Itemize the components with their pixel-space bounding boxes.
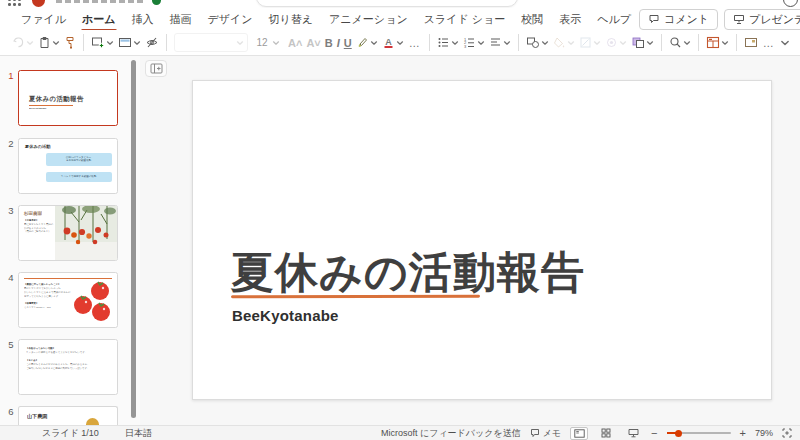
thumbnail-panel: 1 夏休みの活動報告 BeeKyotanabe 2 夏休みの活動 農園へのインタ…: [0, 56, 140, 425]
numbered-list-icon: 123: [463, 36, 476, 49]
search-input[interactable]: [256, 0, 518, 7]
slide-thumbnail-5[interactable]: 【今後やってみたい活動】 インターンや体験などを通してより深く学びたいです。 【…: [18, 339, 118, 395]
slide-subtitle-text[interactable]: BeeKyotanabe: [232, 307, 339, 324]
align-button[interactable]: [487, 33, 513, 52]
arrange-icon: [631, 36, 645, 49]
comments-button-label: コメント: [664, 12, 709, 27]
tab-help[interactable]: ヘルプ: [589, 9, 639, 30]
find-button[interactable]: [667, 33, 693, 52]
zoom-in-button[interactable]: +: [740, 428, 746, 439]
tab-insert[interactable]: 挿入: [124, 9, 162, 30]
slide-thumbnail-1[interactable]: 夏休みの活動報告 BeeKyotanabe: [18, 70, 118, 126]
menu-bar: ファイル ホーム 挿入 描画 デザイン 切り替え アニメーション スライド ショ…: [0, 8, 800, 30]
bullet-list-icon: [437, 36, 450, 49]
tab-design[interactable]: デザイン: [200, 9, 261, 30]
shape-fill-button[interactable]: [551, 33, 577, 52]
thumb1-subtitle: BeeKyotanabe: [29, 107, 47, 110]
tab-draw[interactable]: 描画: [162, 9, 200, 30]
zoom-out-button[interactable]: −: [651, 428, 657, 439]
shrink-font-button[interactable]: A˅: [304, 37, 322, 49]
zoom-slider-thumb[interactable]: [675, 430, 682, 437]
more-font-options-button[interactable]: …: [406, 37, 424, 49]
thumb2-box2: イベントで使用する動画の撮影: [46, 172, 112, 182]
document-title[interactable]: [56, 0, 144, 3]
underline-button[interactable]: U: [342, 37, 354, 49]
presentation-button-label: プレゼンテーション: [749, 12, 800, 27]
italic-button[interactable]: I: [335, 37, 342, 49]
ribbon-toolbar: 12 A˄ A˅ B I U A … 123: [0, 30, 800, 56]
arrange-button[interactable]: [629, 33, 656, 52]
tab-slideshow[interactable]: スライド ショー: [416, 9, 514, 30]
thumb6-title: 山下農園: [27, 413, 47, 421]
app-launcher-icon[interactable]: [8, 0, 21, 6]
slide-canvas[interactable]: 夏休みの活動報告 BeeKyotanabe: [192, 80, 772, 400]
shape-effects-button[interactable]: [603, 33, 629, 52]
slide-thumbnail-3[interactable]: 杉田農園 【工場見学】 夏に見学したトマト農園の お話をまとめました （農園のご…: [18, 205, 118, 261]
slide-thumbnail-4[interactable]: 【農園に行って楽しかったこと】 夏のトマトはとてもおいしかった おいしいトマトに…: [18, 272, 118, 328]
numbering-button[interactable]: 123: [461, 33, 487, 52]
tab-view[interactable]: 表示: [551, 9, 589, 30]
normal-view-button[interactable]: [570, 427, 588, 440]
highlight-button[interactable]: [354, 33, 380, 52]
slide-sorter-view-button[interactable]: [597, 427, 615, 440]
tomato-greenhouse-photo: [55, 206, 117, 261]
tab-review[interactable]: 校閲: [513, 9, 551, 30]
addins-button[interactable]: [742, 33, 760, 52]
slide-thumbnail-6[interactable]: 山下農園: [18, 406, 118, 425]
shapes-button[interactable]: [524, 33, 551, 52]
notes-button[interactable]: メモ: [530, 427, 561, 440]
format-painter-button[interactable]: [62, 33, 78, 52]
tab-home[interactable]: ホーム: [74, 9, 124, 30]
eye-slash-icon: [145, 36, 159, 49]
account-avatar[interactable]: [783, 0, 798, 7]
font-size-select[interactable]: 12: [250, 33, 286, 52]
comments-button[interactable]: コメント: [639, 9, 718, 30]
notes-label: メモ: [543, 427, 561, 440]
undo-icon: [12, 36, 25, 49]
slide-thumbnail-2[interactable]: 夏休みの活動 農園へのインタビュー＆工場見学の動画撮影 イベントで使用する動画の…: [18, 138, 118, 194]
zoom-level[interactable]: 79%: [755, 428, 773, 438]
designer-icon: [706, 36, 720, 49]
tomato-illustration: [72, 279, 114, 323]
bold-button[interactable]: B: [323, 37, 335, 49]
language-indicator[interactable]: 日本語: [125, 427, 152, 440]
thumbnail-scrollbar[interactable]: [131, 60, 136, 418]
layout-button[interactable]: [116, 33, 143, 52]
tab-file[interactable]: ファイル: [13, 9, 74, 30]
slide-number: 5: [6, 339, 16, 350]
font-name-select[interactable]: [174, 33, 248, 52]
highlighter-icon: [356, 36, 369, 49]
zoom-slider[interactable]: [667, 432, 731, 434]
thumbnail-panel-toggle-button[interactable]: [145, 60, 167, 77]
panel-toggle-icon: [150, 63, 163, 74]
slide-number: 4: [6, 272, 16, 283]
thumb5-text: 【今後やってみたい活動】 インターンや体験などを通してより深く学びたいです。 【…: [26, 347, 110, 370]
fit-to-window-icon[interactable]: [782, 428, 792, 438]
thumb6-image: [86, 418, 99, 425]
shape-outline-button[interactable]: [577, 33, 603, 52]
collapse-ribbon-icon[interactable]: [780, 38, 790, 48]
comment-icon: [648, 13, 660, 25]
font-color-button[interactable]: A: [380, 33, 406, 52]
slide-indicator[interactable]: スライド 1/10: [42, 427, 99, 440]
svg-text:3: 3: [464, 44, 467, 49]
bullets-button[interactable]: [435, 33, 461, 52]
tab-transitions[interactable]: 切り替え: [261, 9, 322, 30]
slide-number: 1: [6, 70, 16, 81]
thumb3-text: 【工場見学】 夏に見学したトマト農園の お話をまとめました （農園のご協力のもと…: [24, 219, 56, 233]
undo-button[interactable]: [10, 33, 36, 52]
feedback-link[interactable]: Microsoft にフィードバックを送信: [381, 427, 521, 440]
slide-title-text[interactable]: 夏休みの活動報告: [231, 244, 585, 302]
slideshow-view-button[interactable]: [624, 427, 642, 440]
thumb2-box1: 農園へのインタビュー＆工場見学の動画撮影: [46, 153, 112, 166]
hide-slide-button[interactable]: [143, 33, 161, 52]
new-slide-button[interactable]: [89, 33, 116, 52]
thumb1-accent-line: [29, 105, 73, 106]
slide-number: 2: [6, 138, 16, 149]
ribbon-overflow-button[interactable]: …: [760, 37, 778, 49]
designer-button[interactable]: [704, 33, 731, 52]
presentation-button[interactable]: プレゼンテーション: [724, 9, 800, 30]
paste-button[interactable]: [36, 33, 62, 52]
grow-font-button[interactable]: A˄: [286, 37, 304, 49]
tab-animations[interactable]: アニメーション: [321, 9, 416, 30]
